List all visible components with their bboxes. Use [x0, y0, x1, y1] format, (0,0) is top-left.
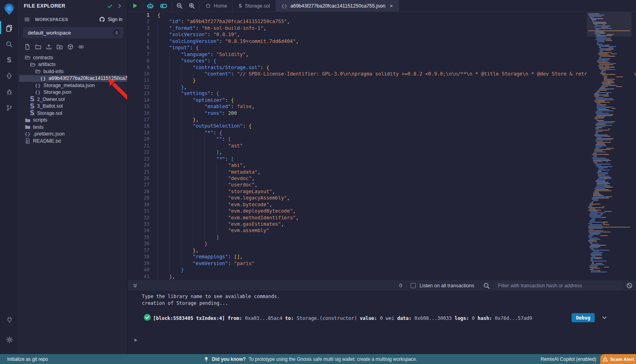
clear-terminal-icon[interactable] — [626, 282, 633, 289]
workspace-select[interactable]: default_workspace — [23, 27, 123, 38]
code-line[interactable]: 35] — [128, 234, 636, 240]
activity-item-solidity-compiler[interactable]: S — [0, 54, 19, 66]
link-icon[interactable] — [78, 44, 84, 50]
tree-item[interactable]: S2_Owner.sol — [19, 96, 127, 103]
code-line[interactable]: 25"metadata", — [128, 169, 636, 175]
code-line[interactable]: 7"language": "Solidity", — [128, 51, 636, 58]
tree-item[interactable]: {}Storage_metadata.json — [19, 82, 127, 89]
transaction-log-row[interactable]: [block:5583405 txIndex:4] from: 0xa03...… — [128, 312, 636, 324]
code-line[interactable]: 41}, — [128, 273, 636, 280]
tab-storage-sol[interactable]: SStorage.sol — [233, 0, 276, 12]
code-line[interactable]: 32"evm.methodIdentifiers", — [128, 215, 636, 221]
listen-checkbox[interactable] — [411, 283, 416, 288]
activity-item-debugger[interactable] — [0, 86, 19, 97]
terminal-prompt[interactable]: > — [134, 337, 137, 343]
tree-item[interactable]: {}.prettierrc.json — [19, 131, 127, 138]
cube-icon[interactable] — [67, 44, 74, 50]
code-line[interactable]: 11} — [128, 77, 636, 83]
ai-copilot-icon[interactable] — [147, 2, 154, 10]
tab-home[interactable]: Home — [200, 0, 233, 12]
minimap[interactable] — [587, 12, 632, 280]
tree-item[interactable]: tests — [19, 124, 127, 131]
code-line[interactable]: 19"*": { — [128, 130, 636, 136]
tab-a69b43f277ba20fcac141151250ca755-json[interactable]: {}a69b43f277ba20fcac141151250ca755.json× — [276, 0, 399, 12]
activity-item-settings[interactable] — [0, 334, 19, 345]
code-line[interactable]: 40} — [128, 267, 636, 273]
hamburger-menu-icon[interactable] — [24, 16, 30, 23]
code-line[interactable]: 21"ast" — [128, 143, 636, 149]
code-line[interactable]: 5"solcLongVersion": "0.8.19+commit.7dd6d… — [128, 38, 636, 45]
code-line[interactable]: 24"abi", — [128, 162, 636, 168]
code-area[interactable]: 1{2"id": "a69b43f277ba20fcac141151250ca7… — [128, 12, 636, 280]
tree-item[interactable]: scripts — [19, 117, 127, 124]
run-script-button[interactable] — [132, 2, 138, 9]
tree-item[interactable]: SStorage.sol — [19, 110, 127, 117]
tx-expand-chevron-icon[interactable] — [601, 315, 607, 321]
code-line[interactable]: 30"evm.bytecode", — [128, 201, 636, 208]
tree-item[interactable]: {}Storage.json — [19, 89, 127, 96]
scam-alert-button[interactable]: Scam Alert — [600, 354, 636, 364]
terminal-search-icon[interactable] — [483, 282, 490, 289]
activity-item-search[interactable] — [0, 39, 19, 50]
code-line[interactable]: 39"evmVersion": "paris" — [128, 260, 636, 267]
close-tab-icon[interactable]: × — [390, 3, 393, 9]
code-line[interactable]: 27"userdoc", — [128, 182, 636, 188]
code-line[interactable]: 2"id": "a69b43f277ba20fcac141151250ca755… — [128, 18, 636, 25]
code-line[interactable]: 3"_format": "hh-sol-build-info-1", — [128, 25, 636, 31]
transaction-filter-input[interactable] — [494, 281, 622, 290]
code-line[interactable]: 26"devdoc", — [128, 175, 636, 182]
code-line[interactable]: 17}, — [128, 116, 636, 123]
git-init-button[interactable]: Initialize as git repo — [7, 356, 48, 362]
code-line[interactable]: 1{ — [128, 12, 636, 18]
activity-item-git[interactable] — [0, 102, 19, 113]
tree-item[interactable]: build-info — [19, 68, 127, 75]
code-line[interactable]: 9"contracts/Storage.sol": { — [128, 64, 636, 71]
code-line[interactable]: 10"content": "// SPDX-License-Identifier… — [128, 71, 636, 77]
code-line[interactable]: 6"input": { — [128, 45, 636, 51]
code-line[interactable]: 36} — [128, 240, 636, 247]
code-line[interactable]: 18"outputSelection": { — [128, 123, 636, 129]
minimap-slider[interactable] — [587, 12, 632, 37]
zoom-in-button[interactable] — [188, 2, 195, 9]
sign-in-button[interactable]: Sign in — [99, 16, 122, 23]
tree-item[interactable]: README.txt — [19, 137, 127, 145]
code-line[interactable]: 14"optimizer": { — [128, 97, 636, 103]
code-line[interactable]: 8"sources": { — [128, 58, 636, 64]
code-text: "solcLongVersion": "0.8.19+commit.7dd6d4… — [157, 38, 299, 45]
tree-item[interactable]: S3_Ballot.sol — [19, 103, 127, 110]
code-line[interactable]: 4"solcVersion": "0.8.19", — [128, 31, 636, 38]
code-line[interactable]: 22], — [128, 149, 636, 155]
workspace-caret-icon[interactable] — [113, 29, 120, 36]
new-folder-icon[interactable] — [35, 44, 41, 50]
activity-item-plugin-manager[interactable] — [0, 314, 19, 325]
zoom-out-button[interactable] — [176, 2, 183, 9]
new-file-icon[interactable] — [24, 44, 31, 50]
code-line[interactable]: 34"evm.assembly" — [128, 227, 636, 234]
upload-folder-icon[interactable] — [56, 44, 63, 50]
activity-item-file-explorer[interactable] — [0, 23, 19, 34]
line-number: 31 — [128, 208, 149, 214]
remix-logo-icon[interactable] — [3, 3, 16, 16]
code-line[interactable]: 12}, — [128, 84, 636, 90]
code-line[interactable]: 13"settings": { — [128, 90, 636, 97]
chevron-right-icon[interactable] — [117, 3, 122, 9]
code-line[interactable]: 16"runs": 200 — [128, 110, 636, 116]
code-line[interactable]: 33"evm.gasEstimates", — [128, 221, 636, 227]
code-line[interactable]: 29"evm.legacyAssembly", — [128, 195, 636, 201]
code-line[interactable]: 20"": [ — [128, 136, 636, 142]
code-line[interactable]: 37}, — [128, 247, 636, 254]
debug-button[interactable]: Debug — [572, 313, 595, 322]
tree-item[interactable]: {}a69b43f277ba20fcac141151250ca7... — [19, 75, 127, 82]
tree-item[interactable]: artifacts — [19, 61, 127, 68]
tree-item[interactable]: contracts — [19, 54, 127, 61]
copilot-toggle[interactable] — [159, 2, 168, 10]
collapse-terminal-icon[interactable] — [132, 283, 138, 288]
upload-file-icon[interactable] — [46, 44, 52, 50]
copilot-status[interactable]: RemixAI Copilot (enabled) — [541, 356, 596, 362]
code-line[interactable]: 15"enabled": false, — [128, 103, 636, 110]
code-line[interactable]: 28"storageLayout", — [128, 188, 636, 195]
code-line[interactable]: 23"*": [ — [128, 156, 636, 162]
code-line[interactable]: 38"remappings": [], — [128, 254, 636, 260]
activity-item-deploy-and-run[interactable] — [0, 70, 19, 81]
code-line[interactable]: 31"evm.deployedBytecode", — [128, 208, 636, 214]
